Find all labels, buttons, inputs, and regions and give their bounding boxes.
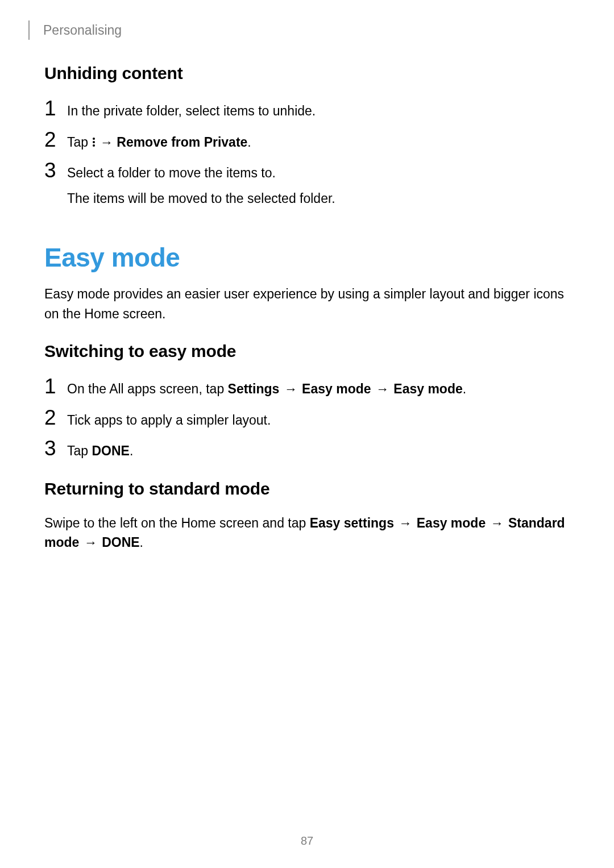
step-text: Tap DONE. xyxy=(67,441,570,461)
easy-mode-title: Easy mode xyxy=(44,242,570,273)
step-text: In the private folder, select items to u… xyxy=(67,101,570,121)
header-divider xyxy=(28,20,30,40)
step-number: 2 xyxy=(44,407,67,428)
bold-text: Easy mode xyxy=(417,516,486,530)
unhiding-content-heading: Unhiding content xyxy=(44,64,570,83)
step-text: The items will be moved to the selected … xyxy=(67,189,570,209)
step-3: 3 Tap DONE. xyxy=(44,438,570,461)
text-suffix: . xyxy=(247,135,251,149)
header-bar: Personalising xyxy=(44,20,570,40)
step-3: 3 Select a folder to move the items to. … xyxy=(44,160,570,208)
step-number: 3 xyxy=(44,438,67,459)
easy-mode-intro: Easy mode provides an easier user experi… xyxy=(44,284,570,323)
arrow-text: → xyxy=(486,516,508,530)
step-number: 3 xyxy=(44,160,67,181)
arrow-text: → xyxy=(371,381,394,396)
switching-heading: Switching to easy mode xyxy=(44,342,570,361)
step-text: Tick apps to apply a simpler layout. xyxy=(67,410,570,430)
step-2: 2 Tap → Remove from Private. xyxy=(44,129,570,152)
arrow-text: → xyxy=(96,135,117,149)
switching-steps: 1 On the All apps screen, tap Settings →… xyxy=(44,376,570,461)
header-section-name: Personalising xyxy=(43,23,122,38)
bold-text: DONE xyxy=(102,535,139,550)
bold-text: Easy mode xyxy=(393,381,462,396)
page-content: Personalising Unhiding content 1 In the … xyxy=(0,0,614,553)
step-2: 2 Tick apps to apply a simpler layout. xyxy=(44,407,570,430)
returning-paragraph: Swipe to the left on the Home screen and… xyxy=(44,513,570,553)
step-text: Select a folder to move the items to. xyxy=(67,163,570,183)
arrow-text: → xyxy=(279,381,302,396)
step-text: Tap → Remove from Private. xyxy=(67,132,570,152)
step-body: Tick apps to apply a simpler layout. xyxy=(67,407,570,430)
step-1: 1 In the private folder, select items to… xyxy=(44,98,570,121)
text-suffix: . xyxy=(140,535,143,550)
step-body: Tap → Remove from Private. xyxy=(67,129,570,152)
step-1: 1 On the All apps screen, tap Settings →… xyxy=(44,376,570,399)
text-prefix: Tap xyxy=(67,135,92,149)
arrow-text: → xyxy=(79,535,102,550)
step-number: 1 xyxy=(44,98,67,119)
text-suffix: . xyxy=(130,443,133,458)
step-body: In the private folder, select items to u… xyxy=(67,98,570,121)
text-prefix: Swipe to the left on the Home screen and… xyxy=(44,516,310,530)
bold-text: Easy mode xyxy=(302,381,371,396)
arrow-text: → xyxy=(394,516,417,530)
text-suffix: . xyxy=(463,381,466,396)
unhiding-steps: 1 In the private folder, select items to… xyxy=(44,98,570,208)
bold-text: Easy settings xyxy=(310,516,394,530)
bold-text: Settings xyxy=(228,381,280,396)
returning-heading: Returning to standard mode xyxy=(44,479,570,499)
step-number: 2 xyxy=(44,129,67,150)
bold-text: Remove from Private xyxy=(117,135,247,149)
text-prefix: On the All apps screen, tap xyxy=(67,381,228,396)
page-number: 87 xyxy=(0,834,614,848)
step-body: Tap DONE. xyxy=(67,438,570,461)
step-body: On the All apps screen, tap Settings → E… xyxy=(67,376,570,399)
step-body: Select a folder to move the items to. Th… xyxy=(67,160,570,208)
step-text: On the All apps screen, tap Settings → E… xyxy=(67,379,570,399)
bold-text: DONE xyxy=(92,443,129,458)
step-number: 1 xyxy=(44,376,67,397)
text-prefix: Tap xyxy=(67,443,92,458)
